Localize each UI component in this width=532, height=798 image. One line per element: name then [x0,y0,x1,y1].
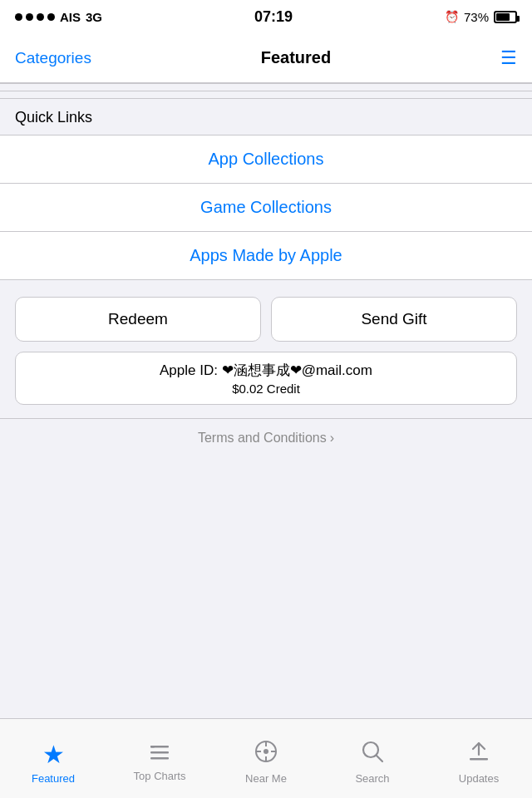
terms-label: Terms and Conditions [198,431,327,446]
svg-rect-12 [470,758,488,761]
apple-id-button[interactable]: Apple ID: ❤涵想事成❤@mail.com $0.02 Credit [15,352,517,405]
app-collections-label: App Collections [209,150,324,169]
near-me-label: Near Me [245,772,287,785]
buttons-section: Redeem Send Gift Apple ID: ❤涵想事成❤@mail.c… [0,280,532,418]
tab-top-charts[interactable]: Top Charts [106,719,213,798]
tab-featured[interactable]: ★ Featured [0,719,106,798]
svg-rect-3 [150,746,155,748]
battery-text: 73% [464,10,489,24]
apps-made-by-apple-label: Apps Made by Apple [190,246,342,265]
list-icon[interactable]: ☰ [500,47,517,69]
top-charts-icon [149,741,170,766]
nav-title: Featured [261,48,331,67]
top-charts-label: Top Charts [134,770,186,782]
featured-label: Featured [32,772,75,785]
battery-icon [494,11,517,23]
apple-id-label: Apple ID: ❤涵想事成❤@mail.com [27,361,505,380]
svg-rect-2 [150,757,169,760]
spacer-top [0,84,532,91]
alarm-icon: ⏰ [445,10,459,23]
terms-row[interactable]: Terms and Conditions › [0,418,532,459]
updates-label: Updates [459,772,499,785]
featured-icon: ★ [42,740,65,769]
signal-dots [15,13,55,21]
carrier-label: AIS [60,10,81,24]
game-collections-row[interactable]: Game Collections [0,184,532,232]
svg-rect-1 [150,751,169,754]
status-left: AIS 3G [15,10,102,24]
updates-icon [467,740,490,769]
terms-chevron: › [330,431,334,446]
send-gift-button[interactable]: Send Gift [271,297,517,342]
tab-updates[interactable]: Updates [426,719,532,798]
separator2 [0,91,532,91]
redeem-button[interactable]: Redeem [15,297,261,342]
status-time: 07:19 [254,8,293,26]
game-collections-label: Game Collections [200,198,332,217]
tab-near-me[interactable]: Near Me [213,719,319,798]
quick-links-label: Quick Links [15,109,92,126]
nav-bar: Categories Featured ☰ [0,33,532,83]
button-row: Redeem Send Gift [15,297,517,342]
quick-links-header: Quick Links [0,98,532,135]
status-bar: AIS 3G 07:19 ⏰ 73% [0,0,532,33]
tab-search[interactable]: Search [319,719,426,798]
apps-made-by-apple-row[interactable]: Apps Made by Apple [0,232,532,280]
tab-bar: ★ Featured Top Charts Near Me [0,718,532,798]
near-me-icon [254,740,278,769]
network-label: 3G [86,10,102,24]
app-collections-row[interactable]: App Collections [0,135,532,184]
battery-fill [496,13,510,21]
status-right: ⏰ 73% [445,10,517,24]
apple-id-credit: $0.02 Credit [27,382,505,396]
categories-button[interactable]: Categories [15,49,91,67]
svg-line-11 [377,756,382,761]
svg-point-5 [264,749,268,754]
search-icon [361,740,384,769]
search-label: Search [355,772,389,785]
